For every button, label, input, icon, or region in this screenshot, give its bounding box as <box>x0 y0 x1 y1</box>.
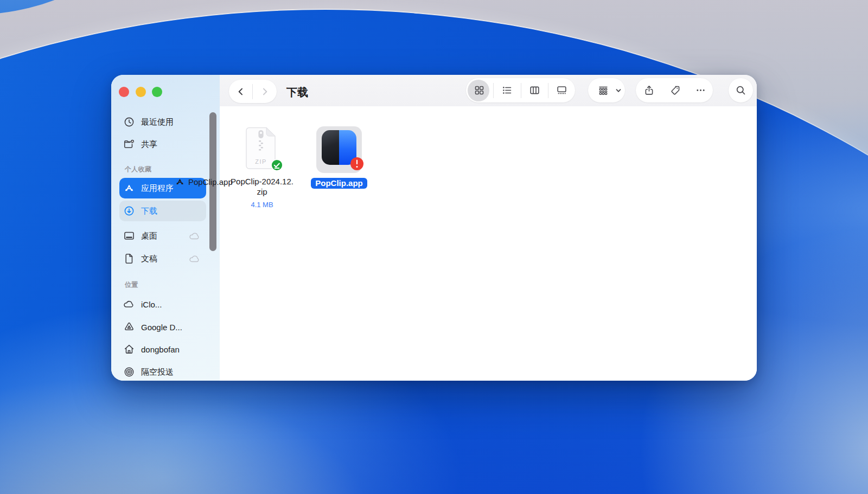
app-store-icon <box>175 177 185 187</box>
share-button[interactable] <box>636 85 662 96</box>
sidebar-item-label: 桌面 <box>141 231 157 241</box>
more-button[interactable] <box>688 85 713 96</box>
tag-button[interactable] <box>662 85 688 96</box>
sidebar-item-google-drive[interactable]: Google D... <box>119 317 206 337</box>
sidebar-item-label: dongbofan <box>141 345 180 354</box>
sidebar-item-label: 下载 <box>141 206 157 216</box>
svg-text:ZIP: ZIP <box>255 158 267 165</box>
sidebar-item-label: 应用程序 <box>141 183 174 194</box>
shared-folder-icon <box>123 138 135 150</box>
sidebar-item-home[interactable]: dongbofan <box>119 339 206 360</box>
finder-window: 最近使用 共享 个人收藏 应用程序 <box>111 75 757 381</box>
icloud-status-icon <box>189 254 201 263</box>
file-area[interactable] <box>220 106 757 381</box>
back-button[interactable] <box>229 86 252 97</box>
drag-ghost[interactable]: PopClip.app <box>175 177 233 187</box>
drag-ghost-label: PopClip.app <box>188 177 233 187</box>
search-icon <box>735 85 746 96</box>
app-store-icon <box>123 182 135 194</box>
desktop-icon <box>123 230 135 242</box>
icloud-status-icon <box>189 232 201 240</box>
google-drive-icon <box>123 321 135 333</box>
file-size: 4.1 MB <box>216 201 308 209</box>
search-button[interactable] <box>729 78 753 102</box>
sidebar-item-airdrop[interactable]: 隔空投送 <box>119 362 206 381</box>
sidebar-item-label: 文稿 <box>141 254 157 264</box>
column-view-button[interactable] <box>521 85 548 96</box>
sidebar-item-downloads[interactable]: 下载 <box>119 201 206 221</box>
alert-badge <box>350 157 364 171</box>
view-switcher <box>466 78 575 102</box>
close-button[interactable] <box>119 87 129 97</box>
zoom-button[interactable] <box>152 87 162 97</box>
cloud-icon <box>123 298 135 310</box>
download-icon <box>123 205 135 217</box>
chevron-down-icon <box>615 87 622 94</box>
clock-icon <box>123 116 135 128</box>
download-complete-badge <box>271 159 283 171</box>
file-name-wrap: PopClip.app <box>316 178 362 189</box>
wallpaper-wave-corner <box>0 0 130 15</box>
sidebar-item-desktop[interactable]: 桌面 <box>119 226 206 246</box>
list-view-button[interactable] <box>494 85 521 96</box>
sidebar-item-label: 隔空投送 <box>141 367 174 377</box>
document-icon <box>123 253 135 265</box>
home-icon <box>123 343 135 355</box>
sidebar-item-recents[interactable]: 最近使用 <box>119 112 206 132</box>
airdrop-icon <box>123 366 135 378</box>
sidebar-item-label: 最近使用 <box>141 117 174 127</box>
sidebar-item-documents[interactable]: 文稿 <box>119 248 206 269</box>
icon-view-button[interactable] <box>466 85 493 96</box>
gallery-view-button[interactable] <box>548 85 575 96</box>
file-name-selected: PopClip.app <box>311 178 367 189</box>
sidebar-item-shared[interactable]: 共享 <box>119 134 206 155</box>
sidebar: 最近使用 共享 个人收藏 应用程序 <box>111 75 220 381</box>
action-buttons <box>636 78 713 102</box>
group-by-button[interactable] <box>588 78 625 102</box>
group-by-icon <box>591 85 615 97</box>
sidebar-item-label: iClo... <box>141 300 162 309</box>
sidebar-section-locations: 位置 <box>125 280 138 290</box>
sidebar-section-favorites: 个人收藏 <box>125 165 151 174</box>
forward-button[interactable] <box>253 86 276 97</box>
sidebar-item-label: 共享 <box>141 139 157 150</box>
window-title: 下载 <box>286 85 308 100</box>
minimize-button[interactable] <box>136 87 146 97</box>
desktop: 最近使用 共享 个人收藏 应用程序 <box>0 0 868 494</box>
nav-buttons <box>229 80 277 103</box>
sidebar-item-label: Google D... <box>141 323 182 332</box>
sidebar-item-icloud[interactable]: iClo... <box>119 294 206 315</box>
